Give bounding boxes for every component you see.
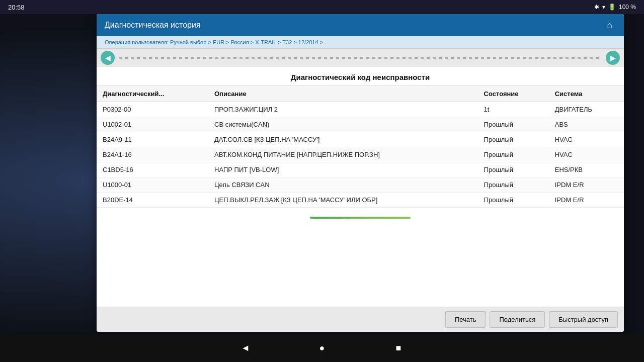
cell-description: ПРОП.ЗАЖИГ.ЦИЛ 2 bbox=[208, 102, 478, 117]
table-row: U1000-01Цепь СВЯЗИ CANПрошлыйIPDM E/R bbox=[97, 177, 624, 193]
cell-code: U1002-01 bbox=[97, 117, 208, 132]
cell-code: P0302-00 bbox=[97, 102, 208, 117]
col-header-status: Состояние bbox=[478, 86, 549, 102]
col-header-system: Система bbox=[549, 86, 624, 102]
table-row: C1BD5-16НАПР ПИТ [VB-LOW]ПрошлыйEHS/РКВ bbox=[97, 162, 624, 177]
quick-access-button[interactable]: Быстрый доступ bbox=[549, 311, 618, 328]
cell-code: U1000-01 bbox=[97, 177, 208, 193]
cell-code: B24A1-16 bbox=[97, 147, 208, 162]
table-title: Диагностический код неисправности bbox=[97, 67, 624, 86]
nav-left-arrow[interactable]: ◀ bbox=[101, 51, 115, 65]
battery-icon: 🔋 bbox=[608, 4, 616, 11]
table-row: B24A1-16АВТ.КОМ.КОНД ПИТАНИЕ [НАПР.ЦЕП.Н… bbox=[97, 147, 624, 162]
cell-description: СВ системы(CAN) bbox=[208, 117, 478, 132]
table-header-row: Диагностический... Описание Состояние Си… bbox=[97, 86, 624, 102]
scroll-line bbox=[310, 217, 411, 219]
print-button[interactable]: Печать bbox=[445, 311, 486, 328]
cell-status: Прошлый bbox=[478, 117, 549, 132]
home-button[interactable]: ⌂ bbox=[604, 19, 616, 31]
table-row: P0302-00ПРОП.ЗАЖИГ.ЦИЛ 21tДВИГАТЕЛЬ bbox=[97, 102, 624, 117]
share-button[interactable]: Поделиться bbox=[490, 311, 545, 328]
content-area[interactable]: Диагностический код неисправности Диагно… bbox=[97, 67, 624, 307]
cell-code: B24A9-11 bbox=[97, 132, 208, 147]
table-row: U1002-01СВ системы(CAN)ПрошлыйABS bbox=[97, 117, 624, 132]
cell-description: Цепь СВЯЗИ CAN bbox=[208, 177, 478, 193]
diagnostic-table: Диагностический... Описание Состояние Си… bbox=[97, 86, 624, 208]
nav-right-arrow[interactable]: ▶ bbox=[606, 51, 620, 65]
cell-description: ЦЕП.ВЫКЛ.РЕЛ.ЗАЖ [КЗ ЦЕП.НА 'МАССУ' ИЛИ … bbox=[208, 193, 478, 208]
battery-percent: 100 % bbox=[619, 4, 636, 11]
cell-description: НАПР ПИТ [VB-LOW] bbox=[208, 162, 478, 177]
status-time: 20:58 bbox=[8, 4, 25, 11]
cell-status: Прошлый bbox=[478, 132, 549, 147]
cell-system: IPDM E/R bbox=[549, 177, 624, 193]
cell-status: Прошлый bbox=[478, 177, 549, 193]
footer: Печать Поделиться Быстрый доступ bbox=[97, 307, 624, 332]
cell-code: C1BD5-16 bbox=[97, 162, 208, 177]
title-bar: Диагностическая история ⌂ bbox=[97, 14, 624, 36]
navigation-row: ◀ ▶ bbox=[97, 49, 624, 67]
android-recent-button[interactable]: ■ bbox=[390, 340, 407, 356]
cell-system: EHS/РКВ bbox=[549, 162, 624, 177]
scroll-indicator bbox=[97, 208, 624, 225]
cell-code: B20DE-14 bbox=[97, 193, 208, 208]
android-nav-bar: ◄ ● ■ bbox=[0, 334, 644, 362]
cell-status: Прошлый bbox=[478, 147, 549, 162]
dialog-title: Диагностическая история bbox=[105, 21, 201, 30]
breadcrumb: Операция пользователя: Ручной выбор > EU… bbox=[97, 36, 624, 49]
status-icons: ✱ ▾ 🔋 100 % bbox=[594, 4, 636, 11]
cell-description: ДАТ.СОЛ.СВ [КЗ ЦЕП.НА 'МАССУ'] bbox=[208, 132, 478, 147]
cell-status: Прошлый bbox=[478, 193, 549, 208]
status-bar: 20:58 ✱ ▾ 🔋 100 % bbox=[0, 0, 644, 14]
cell-description: АВТ.КОМ.КОНД ПИТАНИЕ [НАПР.ЦЕП.НИЖЕ ПОР.… bbox=[208, 147, 478, 162]
table-row: B20DE-14ЦЕП.ВЫКЛ.РЕЛ.ЗАЖ [КЗ ЦЕП.НА 'МАС… bbox=[97, 193, 624, 208]
nav-dots bbox=[119, 57, 602, 59]
table-row: B24A9-11ДАТ.СОЛ.СВ [КЗ ЦЕП.НА 'МАССУ']Пр… bbox=[97, 132, 624, 147]
cell-system: ABS bbox=[549, 117, 624, 132]
col-header-description: Описание bbox=[208, 86, 478, 102]
col-header-code: Диагностический... bbox=[97, 86, 208, 102]
cell-system: IPDM E/R bbox=[549, 193, 624, 208]
cell-status: 1t bbox=[478, 102, 549, 117]
cell-system: ДВИГАТЕЛЬ bbox=[549, 102, 624, 117]
android-back-button[interactable]: ◄ bbox=[237, 340, 254, 356]
wifi-icon: ▾ bbox=[602, 4, 605, 11]
cell-status: Прошлый bbox=[478, 162, 549, 177]
cell-system: HVAC bbox=[549, 147, 624, 162]
cell-system: HVAC bbox=[549, 132, 624, 147]
main-dialog: Диагностическая история ⌂ Операция польз… bbox=[97, 14, 624, 332]
android-home-button[interactable]: ● bbox=[314, 340, 330, 356]
bluetooth-icon: ✱ bbox=[594, 4, 599, 11]
